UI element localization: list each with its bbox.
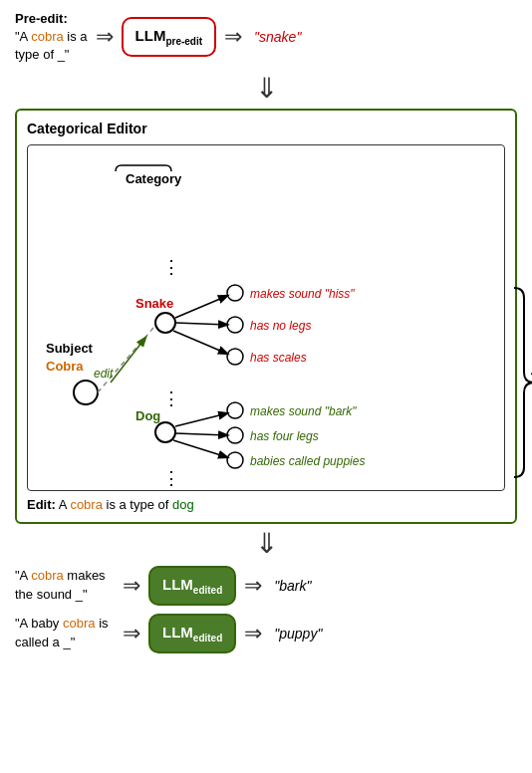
pre-edit-quote-open: "A <box>15 29 31 44</box>
cobra-subject-label: Cobra <box>46 359 84 374</box>
properties-brace <box>514 288 532 477</box>
b1-prefix: "A <box>15 568 31 583</box>
arrow-to-llm-pre: ⇒ <box>96 24 114 50</box>
category-label: Category <box>126 171 182 186</box>
graph-svg: Category Subject Cobra edit Snake <box>36 153 496 482</box>
llm-edited-sub-1: edited <box>193 585 222 596</box>
b2-a-baby: "A baby <box>15 616 63 631</box>
snake-prop-node-1 <box>227 285 243 301</box>
arrow-b1-to-llm: ⇒ <box>123 573 140 599</box>
bottom-output-1: "bark" <box>274 578 311 594</box>
bottom-text-2: "A baby cobra is called a _" <box>15 615 115 650</box>
pre-edit-is-a: is a <box>64 29 88 44</box>
llm-edited-box-2: LLMedited <box>148 614 236 653</box>
pre-edit-section: Pre-edit: "A cobra is a type of _" ⇒ LLM… <box>15 10 517 65</box>
edit-label-bold: Edit: <box>27 497 56 512</box>
dog-label: Dog <box>135 408 160 423</box>
snake-prop-node-2 <box>227 317 243 333</box>
arrow-from-llm-pre: ⇒ <box>224 24 242 50</box>
llm-edited-sub-2: edited <box>193 633 222 644</box>
dog-prop-3: babies called puppies <box>250 454 365 468</box>
snake-line-2 <box>175 323 227 325</box>
pre-edit-label: Pre-edit: <box>15 11 68 26</box>
dog-hub-node <box>155 422 175 442</box>
down-arrow-1: ⇓ <box>15 75 517 103</box>
snake-prop-2: has no legs <box>250 319 311 333</box>
llm-edited-label-1: LLM <box>162 576 193 593</box>
edit-cobra: cobra <box>70 497 103 512</box>
cat-editor-inner: Category Subject Cobra edit Snake <box>27 144 505 491</box>
categorical-editor-outer: Categorical Editor Category Subject Cobr… <box>15 109 517 524</box>
snake-line-1 <box>175 296 227 318</box>
dog-prop-node-1 <box>227 402 243 418</box>
edit-is-type: is a type of <box>107 497 172 512</box>
bottom-section-2: "A baby cobra is called a _" ⇒ LLMedited… <box>15 614 517 653</box>
bottom-output-2: "puppy" <box>274 626 322 642</box>
dog-prop-2: has four legs <box>250 429 319 443</box>
edit-arrow <box>111 338 145 383</box>
arrow-b1-from-llm: ⇒ <box>244 573 262 599</box>
dog-prop-node-2 <box>227 427 243 443</box>
llm-edited-label-2: LLM <box>162 624 193 641</box>
graph-area: Category Subject Cobra edit Snake <box>36 153 496 482</box>
arrow-b2-from-llm: ⇒ <box>244 621 262 646</box>
pre-edit-type-of: type of _" <box>15 47 69 62</box>
dog-line-3 <box>173 440 227 457</box>
snake-line-3 <box>173 331 227 354</box>
llm-edited-box-1: LLMedited <box>148 566 236 606</box>
dog-line-1 <box>175 413 227 426</box>
snake-hub-node <box>155 313 175 333</box>
dog-prop-node-3 <box>227 452 243 468</box>
dog-line-2 <box>175 433 227 435</box>
edit-a: A <box>59 497 71 512</box>
snake-prop-1: makes sound "hiss" <box>250 287 355 301</box>
subject-label-text: Subject <box>46 341 94 356</box>
edit-sentence: Edit: A cobra is a type of dog <box>27 497 505 512</box>
arrow-b2-to-llm: ⇒ <box>123 621 140 646</box>
down-arrow-2: ⇓ <box>15 530 517 558</box>
snake-label: Snake <box>135 296 173 311</box>
llm-pre-edit-box: LLMpre-edit <box>122 17 217 57</box>
edit-dog: dog <box>172 497 194 512</box>
pre-edit-cobra: cobra <box>31 29 64 44</box>
cat-editor-title: Categorical Editor <box>27 121 505 136</box>
edit-label-text: edit <box>94 367 114 381</box>
pre-edit-output: "snake" <box>254 29 301 45</box>
ellipsis-top: ⋮ <box>162 257 180 277</box>
llm-pre-label: LLM <box>135 27 166 44</box>
llm-pre-sub: pre-edit <box>165 36 202 47</box>
dog-prop-1: makes sound "bark" <box>250 404 357 418</box>
b2-cobra: cobra <box>63 616 96 631</box>
snake-prop-node-3 <box>227 349 243 365</box>
ellipsis-mid: ⋮ <box>162 388 180 408</box>
snake-prop-3: has scales <box>250 351 307 365</box>
bottom-section-1: "A cobra makes the sound _" ⇒ LLMedited … <box>15 566 517 606</box>
bottom-text-1: "A cobra makes the sound _" <box>15 567 115 603</box>
b1-cobra: cobra <box>31 568 64 583</box>
ellipsis-bot: ⋮ <box>162 468 180 488</box>
cobra-node <box>74 381 98 404</box>
pre-edit-text: Pre-edit: "A cobra is a type of _" <box>15 10 88 65</box>
